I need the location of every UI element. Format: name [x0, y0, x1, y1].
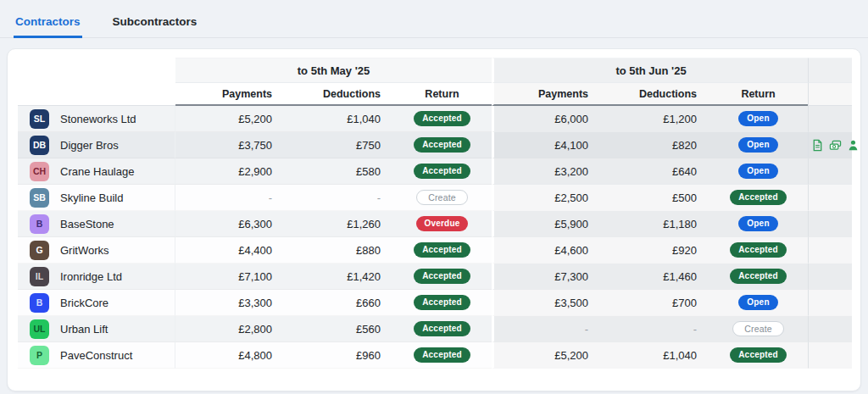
contractor-name: Crane Haulage — [60, 165, 134, 178]
table-row[interactable]: BBaseStone £6,300 £1,260 Overdue £5,900 … — [18, 211, 852, 237]
may-deductions: £880 — [284, 237, 392, 264]
may-payments: £2,800 — [175, 316, 284, 342]
may-payments: - — [175, 185, 284, 211]
jun-payments: £5,200 — [492, 342, 600, 369]
may-return-header: Return — [392, 83, 492, 106]
may-payments: £7,100 — [175, 264, 284, 290]
row-actions — [808, 132, 852, 158]
table-row[interactable]: PPaveConstruct £4,800 £960 Accepted £5,2… — [18, 342, 852, 369]
may-return-badge[interactable]: Accepted — [414, 269, 470, 284]
document-icon[interactable] — [811, 139, 824, 152]
jun-deductions: £1,200 — [600, 106, 709, 132]
jun-return-badge[interactable]: Accepted — [730, 190, 787, 205]
jun-deductions: - — [600, 316, 709, 342]
may-return-badge[interactable]: Accepted — [414, 321, 470, 336]
row-actions — [808, 158, 852, 185]
tab-subcontractors[interactable]: Subcontractors — [111, 12, 199, 38]
tab-contractors[interactable]: Contractors — [14, 12, 82, 38]
table-row[interactable]: DBDigger Bros £3,750 £750 Accepted £4,10… — [18, 132, 852, 158]
jun-deductions: £1,460 — [600, 264, 709, 290]
may-payments: £4,400 — [175, 237, 284, 264]
may-deductions: £580 — [284, 158, 392, 185]
avatar: CH — [30, 162, 49, 181]
may-deductions: £1,040 — [284, 106, 392, 132]
avatar: SL — [30, 109, 49, 129]
jun-payments: £3,200 — [492, 158, 600, 185]
row-actions — [808, 185, 852, 211]
actions-subheader — [808, 83, 852, 106]
contractor-name: Digger Bros — [60, 139, 119, 152]
may-return-badge[interactable]: Accepted — [414, 137, 470, 153]
jun-payments: £5,900 — [492, 211, 600, 237]
may-payments: £5,200 — [175, 106, 284, 132]
may-return-badge[interactable]: Create — [416, 190, 468, 206]
jun-payments: £7,300 — [492, 264, 600, 290]
user-icon[interactable] — [847, 139, 860, 152]
may-deductions: £960 — [284, 342, 392, 369]
jun-deductions: £700 — [600, 290, 709, 316]
jun-deductions: £1,040 — [600, 342, 709, 369]
jun-payments: £3,500 — [492, 290, 600, 316]
jun-return-badge[interactable]: Open — [738, 295, 777, 310]
may-return-badge[interactable]: Accepted — [414, 164, 470, 179]
table-row[interactable]: GGritWorks £4,400 £880 Accepted £4,600 £… — [18, 237, 852, 264]
contractors-table: to 5th May '25 to 5th Jun '25 Payments D… — [18, 58, 852, 369]
jun-deductions: £820 — [600, 132, 709, 158]
may-deductions: £560 — [284, 316, 392, 342]
jun-deductions: £920 — [600, 237, 709, 264]
name-subheader — [18, 83, 175, 106]
avatar: IL — [30, 267, 49, 286]
coins-icon[interactable] — [829, 139, 842, 152]
jun-payments: - — [492, 316, 600, 342]
may-return-badge[interactable]: Accepted — [414, 295, 470, 310]
jun-return-badge[interactable]: Open — [738, 111, 777, 126]
row-actions — [808, 211, 852, 237]
may-return-badge[interactable]: Accepted — [414, 242, 470, 258]
table-row[interactable]: SBSkyline Build - - Create £2,500 £500 A… — [18, 185, 852, 211]
column-header-row: Payments Deductions Return Payments Dedu… — [18, 83, 852, 106]
jun-return-badge[interactable]: Accepted — [730, 347, 787, 363]
may-payments: £4,800 — [175, 342, 284, 369]
may-return-badge[interactable]: Accepted — [414, 347, 470, 363]
contractor-name: PaveConstruct — [60, 349, 132, 362]
contractor-name: Stoneworks Ltd — [60, 113, 136, 125]
table-row[interactable]: CHCrane Haulage £2,900 £580 Accepted £3,… — [18, 158, 852, 185]
row-actions — [808, 237, 852, 264]
table-row[interactable]: SLStoneworks Ltd £5,200 £1,040 Accepted … — [18, 106, 852, 132]
avatar: P — [30, 346, 49, 365]
row-actions — [808, 264, 852, 290]
avatar: B — [30, 293, 49, 313]
jun-return-badge[interactable]: Open — [738, 137, 777, 153]
jun-payments-header: Payments — [492, 83, 600, 106]
jun-payments: £6,000 — [492, 106, 600, 132]
table-row[interactable]: BBrickCore £3,300 £660 Accepted £3,500 £… — [18, 290, 852, 316]
jun-payments: £2,500 — [492, 185, 600, 211]
jun-return-badge[interactable]: Open — [738, 216, 777, 231]
jun-return-badge[interactable]: Open — [738, 164, 777, 179]
jun-return-badge[interactable]: Accepted — [730, 269, 787, 284]
jun-deductions: £1,180 — [600, 211, 709, 237]
may-deductions: - — [284, 185, 392, 211]
contractor-name: GritWorks — [60, 244, 109, 257]
may-return-badge[interactable]: Accepted — [414, 111, 470, 126]
avatar: G — [30, 241, 49, 260]
jun-deductions-header: Deductions — [600, 83, 709, 106]
table-row[interactable]: ULUrban Lift £2,800 £560 Accepted - - Cr… — [18, 316, 852, 342]
may-deductions: £660 — [284, 290, 392, 316]
jun-deductions: £500 — [600, 185, 709, 211]
name-column-header — [18, 58, 175, 83]
table-row[interactable]: ILIronridge Ltd £7,100 £1,420 Accepted £… — [18, 264, 852, 290]
may-deductions: £750 — [284, 132, 392, 158]
row-actions — [808, 342, 852, 369]
may-return-badge[interactable]: Overdue — [416, 216, 469, 231]
jun-return-badge[interactable]: Create — [732, 321, 784, 337]
jun-payments: £4,100 — [492, 132, 600, 158]
contractor-name: Urban Lift — [60, 323, 108, 336]
jun-return-badge[interactable]: Accepted — [730, 242, 787, 258]
jun-return-header: Return — [709, 83, 808, 106]
may-deductions: £1,420 — [284, 264, 392, 290]
tab-bar: Contractors Subcontractors — [0, 0, 868, 38]
may-payments: £3,300 — [175, 290, 284, 316]
avatar: DB — [30, 136, 49, 155]
contractor-name: BaseStone — [60, 218, 114, 230]
